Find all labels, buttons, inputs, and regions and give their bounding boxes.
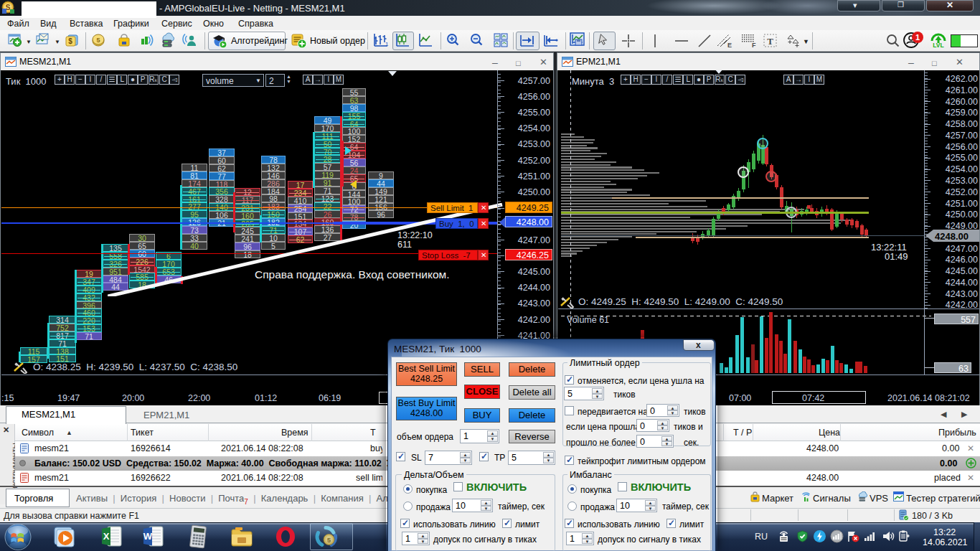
svg-text:1: 1 bbox=[385, 41, 389, 47]
svg-text:1: 1 bbox=[915, 33, 920, 42]
svg-text:$: $ bbox=[68, 37, 72, 45]
svg-text:F: F bbox=[752, 42, 756, 49]
svg-text:X: X bbox=[103, 531, 110, 542]
svg-text:T: T bbox=[767, 36, 773, 47]
svg-text:W: W bbox=[143, 531, 153, 542]
svg-text:LVL: LVL bbox=[933, 42, 943, 49]
svg-text:E: E bbox=[727, 42, 732, 49]
svg-text:5: 5 bbox=[96, 37, 100, 44]
